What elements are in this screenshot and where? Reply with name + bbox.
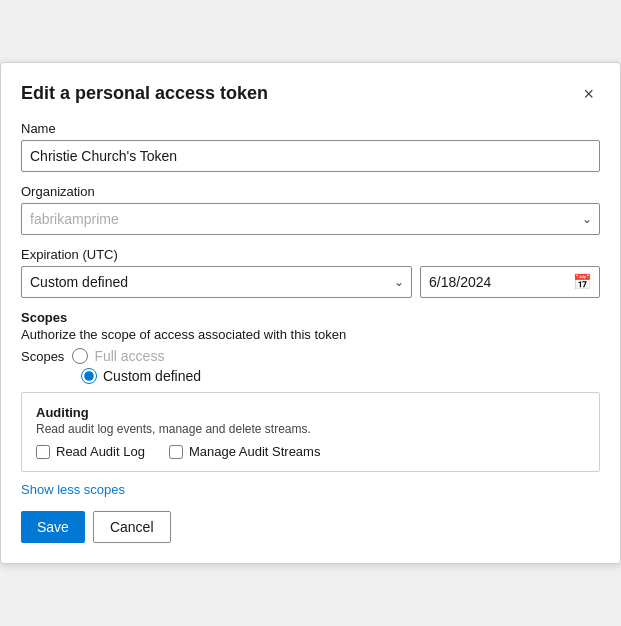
scope-group-desc: Read audit log events, manage and delete… [36, 422, 585, 436]
org-label: Organization [21, 184, 600, 199]
scope-group-title: Auditing [36, 405, 585, 420]
edit-token-dialog: Edit a personal access token × Name Orga… [0, 62, 621, 564]
action-row: Save Cancel [21, 511, 600, 543]
expiration-select-wrapper: Custom defined 30 days 60 days 90 days 1… [21, 266, 412, 298]
expiration-select[interactable]: Custom defined 30 days 60 days 90 days 1… [21, 266, 412, 298]
expiration-label: Expiration (UTC) [21, 247, 600, 262]
dialog-header: Edit a personal access token × [21, 83, 600, 105]
scopes-section-title: Scopes [21, 310, 600, 325]
expiration-row: Custom defined 30 days 60 days 90 days 1… [21, 266, 600, 298]
read-audit-log-checkbox[interactable] [36, 445, 50, 459]
radio-row-custom: Custom defined [81, 368, 600, 384]
close-button[interactable]: × [577, 83, 600, 105]
scopes-label: Scopes [21, 349, 64, 364]
cancel-button[interactable]: Cancel [93, 511, 171, 543]
org-select-wrapper: fabrikamprime ⌄ [21, 203, 600, 235]
custom-defined-radio[interactable] [81, 368, 97, 384]
scope-checkboxes: Read Audit Log Manage Audit Streams [36, 444, 585, 459]
scopes-section-desc: Authorize the scope of access associated… [21, 327, 600, 342]
name-field-group: Name [21, 121, 600, 172]
read-audit-log-label: Read Audit Log [56, 444, 145, 459]
manage-audit-streams-label: Manage Audit Streams [189, 444, 321, 459]
full-access-radio[interactable] [72, 348, 88, 364]
custom-defined-label: Custom defined [103, 368, 201, 384]
name-label: Name [21, 121, 600, 136]
show-scopes-link[interactable]: Show less scopes [21, 482, 125, 497]
name-input[interactable] [21, 140, 600, 172]
org-field-group: Organization fabrikamprime ⌄ [21, 184, 600, 235]
scopes-section: Scopes Authorize the scope of access ass… [21, 310, 600, 472]
checkbox-row-read-audit: Read Audit Log [36, 444, 145, 459]
date-input[interactable] [420, 266, 600, 298]
scopes-area[interactable]: Auditing Read audit log events, manage a… [21, 392, 600, 472]
dialog-title: Edit a personal access token [21, 83, 268, 104]
expiration-field-group: Expiration (UTC) Custom defined 30 days … [21, 247, 600, 298]
date-field-wrapper: 📅 [420, 266, 600, 298]
manage-audit-streams-checkbox[interactable] [169, 445, 183, 459]
org-select[interactable]: fabrikamprime [21, 203, 600, 235]
radio-row-full-access: Scopes Full access [21, 348, 600, 364]
full-access-label: Full access [94, 348, 164, 364]
save-button[interactable]: Save [21, 511, 85, 543]
scopes-radio-group: Scopes Full access Custom defined [21, 348, 600, 384]
checkbox-row-manage-streams: Manage Audit Streams [169, 444, 321, 459]
scope-group-auditing: Auditing Read audit log events, manage a… [22, 393, 599, 471]
